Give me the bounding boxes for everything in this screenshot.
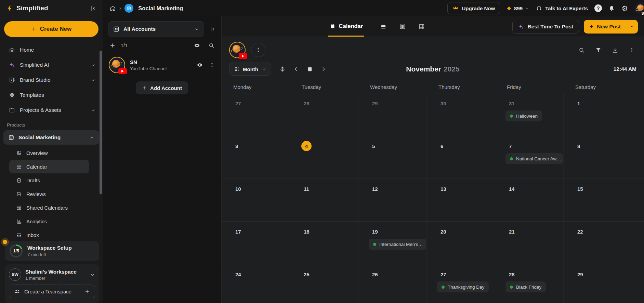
create-new-button[interactable]: Create New bbox=[4, 21, 98, 37]
calendar-cell[interactable]: 30 bbox=[427, 93, 495, 136]
chevron-left-icon[interactable] bbox=[293, 66, 299, 72]
calendar-cell[interactable]: 27 bbox=[222, 93, 290, 136]
workspace-setup-card[interactable]: 1/5 Workspace Setup 7 min left bbox=[5, 241, 99, 261]
plus-icon bbox=[84, 289, 90, 294]
home-icon[interactable] bbox=[109, 5, 116, 12]
kebab-icon[interactable] bbox=[209, 62, 215, 68]
calendar-cell[interactable]: 12 bbox=[358, 179, 427, 221]
calendar-cell[interactable]: 22 bbox=[564, 222, 632, 264]
kebab-icon[interactable] bbox=[629, 47, 635, 53]
calendar-cell[interactable]: 27Thanksgiving Day bbox=[427, 264, 495, 303]
calendar-cell[interactable]: 30 bbox=[632, 264, 644, 303]
date-number: 24 bbox=[235, 269, 246, 279]
sidebar-item-shared-calendars[interactable]: Shared Calendars bbox=[9, 201, 89, 214]
calendar-cell[interactable]: 19International Men’s… bbox=[358, 222, 427, 264]
grid-view-icon[interactable] bbox=[418, 23, 425, 30]
calendar-cell[interactable]: 11 bbox=[290, 179, 358, 221]
calendar-cell[interactable]: 26 bbox=[358, 264, 427, 303]
event-pill[interactable]: National Cancer Aw… bbox=[505, 153, 563, 164]
accounts-filter-dropdown[interactable]: All Accounts bbox=[108, 21, 204, 37]
channel-avatar[interactable] bbox=[229, 42, 246, 58]
download-icon[interactable] bbox=[612, 47, 618, 53]
bell-icon[interactable] bbox=[608, 5, 615, 12]
sidebar-item-inbox[interactable]: Inbox bbox=[9, 228, 89, 239]
credits-menu[interactable]: 899 bbox=[507, 5, 529, 11]
calendar-cell[interactable]: 3 bbox=[222, 136, 290, 179]
calendar-cell[interactable]: 4 bbox=[290, 136, 358, 179]
plus-icon bbox=[589, 24, 594, 29]
sidebar-item-brand-studio[interactable]: Brand Studio bbox=[0, 73, 103, 88]
sidebar-item-reviews[interactable]: Reviews bbox=[9, 187, 89, 201]
calendar-cell[interactable]: 9 bbox=[632, 136, 644, 179]
chevron-right-icon[interactable] bbox=[320, 66, 327, 72]
upgrade-now-button[interactable]: Upgrade Now bbox=[447, 2, 500, 14]
calendar-cell[interactable]: 28 bbox=[290, 93, 358, 136]
calendar-cell[interactable]: 21 bbox=[495, 222, 564, 264]
sidebar-collapse-icon[interactable] bbox=[90, 5, 96, 12]
add-account-icon[interactable] bbox=[109, 42, 116, 49]
calendar-cell[interactable]: 5 bbox=[358, 136, 427, 179]
calendar-cell[interactable]: 20 bbox=[427, 222, 495, 264]
sidebar-item-projects-assets[interactable]: Projects & Assets bbox=[0, 103, 103, 118]
eye-icon[interactable] bbox=[197, 62, 203, 68]
new-post-dropdown[interactable] bbox=[626, 20, 638, 34]
calendar-cell[interactable]: 18 bbox=[290, 222, 358, 264]
sidebar-item-label: Drafts bbox=[26, 177, 40, 183]
account-row[interactable]: SN YouTube Channel bbox=[108, 57, 216, 73]
calendar-cell[interactable]: 13 bbox=[427, 179, 495, 221]
sidebar-item-templates[interactable]: Templates bbox=[0, 88, 103, 103]
calendar-cell[interactable]: 14 bbox=[495, 179, 564, 221]
calendar-cell[interactable]: 29 bbox=[564, 264, 632, 303]
sidebar-scrollbar[interactable] bbox=[100, 51, 102, 194]
columns-view-icon[interactable] bbox=[399, 23, 406, 30]
calendar-cell[interactable]: 31Halloween bbox=[495, 93, 564, 136]
calendar-cell[interactable]: 23 bbox=[632, 222, 644, 264]
view-toolbar: Calendar Best Time To Post bbox=[222, 16, 644, 37]
sidebar-item-analytics[interactable]: Analytics bbox=[9, 214, 89, 228]
event-pill[interactable]: Black Friday bbox=[505, 281, 546, 292]
channel-kebab-button[interactable] bbox=[251, 43, 265, 57]
calendar-cell[interactable]: 10 bbox=[222, 179, 290, 221]
calendar-cell[interactable]: 1 bbox=[564, 93, 632, 136]
gear-icon[interactable]: ⚙ bbox=[621, 5, 628, 12]
calendar-cell[interactable]: 8 bbox=[564, 136, 632, 179]
search-icon[interactable] bbox=[578, 47, 585, 53]
panel-collapse-icon[interactable] bbox=[209, 26, 216, 32]
sidebar-item-drafts[interactable]: Drafts bbox=[9, 173, 89, 187]
target-icon[interactable] bbox=[279, 66, 286, 72]
sidebar-item-social-marketing[interactable]: Social Marketing bbox=[3, 130, 99, 145]
calendar-cell[interactable]: 16 bbox=[632, 179, 644, 221]
calendar-cell[interactable]: 2 bbox=[632, 93, 644, 136]
calendar-cell[interactable]: 25 bbox=[290, 264, 358, 303]
event-pill[interactable]: International Men’s… bbox=[369, 239, 426, 250]
filter-icon[interactable] bbox=[595, 47, 602, 53]
tab-calendar[interactable]: Calendar bbox=[328, 16, 365, 37]
workspace-switcher[interactable]: SW Shalini's Workspace 1 member bbox=[9, 268, 95, 281]
add-account-button[interactable]: Add Account bbox=[136, 81, 188, 94]
event-pill[interactable]: Halloween bbox=[505, 110, 542, 121]
talk-to-ai-experts-button[interactable]: Talk to AI Experts bbox=[536, 5, 588, 11]
calendar-cell[interactable]: 15 bbox=[564, 179, 632, 221]
best-time-to-post-button[interactable]: Best Time To Post bbox=[512, 20, 579, 34]
calendar-cell[interactable]: 17 bbox=[222, 222, 290, 264]
sidebar-item-overview[interactable]: Overview bbox=[9, 146, 89, 160]
sidebar-item-simplified-ai[interactable]: Simplified AI bbox=[0, 57, 103, 73]
sidebar-item-home[interactable]: Home bbox=[0, 42, 103, 57]
date-number: 25 bbox=[304, 269, 314, 279]
calendar-cell[interactable]: 6 bbox=[427, 136, 495, 179]
view-mode-dropdown[interactable]: Month bbox=[229, 63, 271, 76]
event-pill[interactable]: Thanksgiving Day bbox=[437, 281, 489, 292]
sidebar-item-calendar[interactable]: Calendar bbox=[9, 160, 89, 173]
user-avatar[interactable]: SW bbox=[634, 2, 644, 14]
help-icon[interactable]: ? bbox=[594, 4, 602, 12]
search-icon[interactable] bbox=[208, 42, 214, 49]
calendar-cell[interactable]: 28Black Friday bbox=[495, 264, 564, 303]
new-post-button[interactable]: New Post bbox=[584, 20, 638, 34]
create-teamspace-button[interactable]: Create a Teamspace bbox=[9, 285, 95, 298]
eye-icon[interactable] bbox=[194, 42, 200, 49]
calendar-cell[interactable]: 29 bbox=[358, 93, 427, 136]
list-view-icon[interactable] bbox=[380, 23, 387, 30]
calendar-icon[interactable] bbox=[307, 66, 313, 72]
calendar-cell[interactable]: 7National Cancer Aw… bbox=[495, 136, 564, 179]
calendar-cell[interactable]: 24 bbox=[222, 264, 290, 303]
